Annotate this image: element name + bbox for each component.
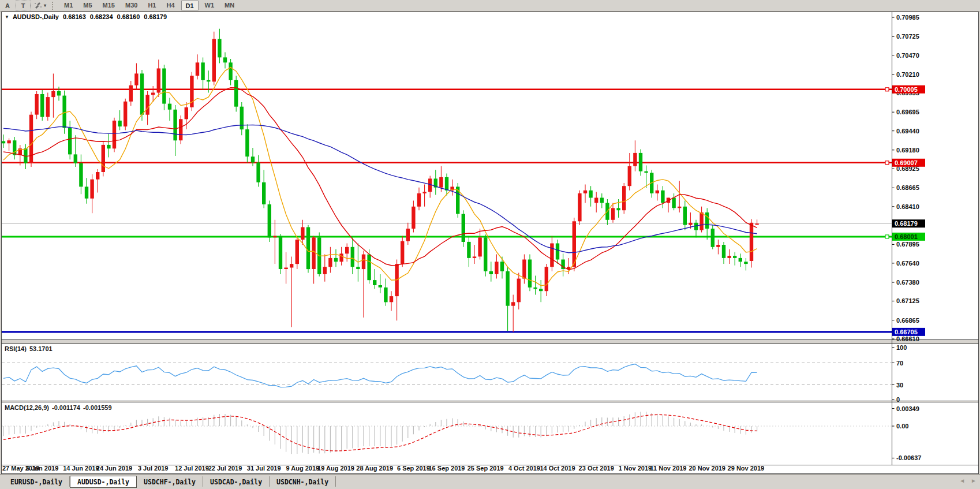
candle-body [223, 57, 227, 62]
symbol-tab-usdchf[interactable]: USDCHF-,Daily [137, 476, 203, 487]
date-tick-label: 19 Aug 2019 [317, 465, 354, 472]
candle-body [705, 212, 709, 229]
macd-name: MACD(12,26,9) [5, 404, 49, 411]
candle-body [234, 80, 238, 107]
tab-scroll-buttons: ◄ ► [959, 477, 977, 484]
candle-body [362, 255, 365, 270]
candle-body [522, 260, 526, 279]
candle-body [262, 182, 265, 204]
candle-body [500, 262, 504, 271]
macd-panel[interactable]: 0.003490.00-0.00637 [2, 405, 921, 462]
candle-body [134, 73, 138, 85]
price-tick-label: 0.67380 [896, 279, 919, 286]
macd-indicator-label: MACD(12,26,9)-0.001174-0.001559 [5, 404, 115, 411]
level-price-badge-label: 0.70005 [895, 86, 918, 93]
line-handle[interactable] [885, 161, 889, 165]
candle-body [284, 268, 287, 270]
candle-body [118, 121, 121, 126]
line-handle[interactable] [885, 88, 889, 91]
candle-body [328, 258, 332, 267]
candle-body [639, 153, 642, 171]
candle-body [290, 264, 293, 267]
price-tick-label: 0.66865 [896, 317, 919, 324]
price-tick-label: 0.66610 [896, 335, 919, 342]
candle-body [689, 223, 692, 225]
symbol-tab-eurusd[interactable]: EURUSD-,Daily [3, 476, 70, 487]
candle-body [240, 107, 244, 130]
candle-body [750, 223, 753, 261]
candle-body [379, 285, 382, 288]
candle-body [268, 204, 271, 237]
support-line-blue[interactable]: 0.66705 [2, 328, 925, 336]
tab-scroll-left-icon[interactable]: ◄ [959, 477, 965, 484]
candle-body [417, 193, 421, 207]
candle-body [644, 171, 648, 173]
price-tick-label: 0.70725 [896, 33, 919, 40]
candle-body [334, 258, 338, 262]
candle-body [196, 62, 199, 76]
symbol-tab-bar: EURUSD-,DailyAUDUSD-,DailyUSDCHF-,DailyU… [0, 475, 980, 489]
candle-body [545, 267, 548, 291]
candle-body [528, 260, 532, 288]
candle-body [517, 279, 521, 303]
level-price-badge-label: 0.66705 [895, 329, 918, 335]
date-tick-label: 25 Sep 2019 [467, 465, 504, 472]
price-tick-label: 0.69180 [896, 147, 919, 154]
symbol-tab-audusd[interactable]: AUDUSD-,Daily [70, 476, 137, 488]
candle-body [129, 85, 133, 102]
candle-body [179, 119, 182, 140]
rsi-name: RSI(14) [5, 345, 27, 352]
candle-body [727, 256, 731, 258]
candle-body [323, 267, 327, 274]
candle-body [733, 256, 736, 258]
chart-canvas[interactable]: 0.709850.707250.704700.702100.699550.696… [0, 0, 980, 489]
candle-body [301, 227, 304, 240]
macd-signal-value: -0.001559 [83, 404, 112, 411]
candle-body [373, 280, 376, 285]
date-tick-label: 31 Jul 2019 [247, 465, 281, 472]
candle-body [201, 62, 204, 80]
line-handle[interactable] [885, 235, 889, 238]
candle-body [251, 156, 255, 162]
candle-body [351, 247, 354, 267]
ma-fast-orange [3, 68, 757, 286]
symbol-tab-usdcnh[interactable]: USDCNH-,Daily [270, 476, 336, 487]
candle-body [661, 191, 664, 203]
price-tick-label: 0.67895 [896, 241, 919, 248]
candle-body [390, 296, 393, 302]
time-axis[interactable]: 27 May 20195 Jun 201914 Jun 201924 Jun 2… [2, 465, 764, 472]
date-tick-label: 11 Nov 2019 [650, 465, 687, 472]
candle-body [96, 172, 99, 180]
candle-body [356, 267, 360, 269]
quote-high: 0.68234 [90, 13, 113, 20]
date-tick-label: 24 Jun 2019 [96, 465, 132, 472]
macd-tick-label: 0.00 [896, 423, 908, 430]
date-tick-label: 22 Jul 2019 [208, 465, 242, 472]
candle-body [145, 95, 149, 114]
candle-body [594, 198, 598, 203]
candle-body [367, 255, 371, 281]
resistance-line-2[interactable]: 0.69007 [2, 159, 925, 167]
candle-body [273, 236, 276, 238]
date-tick-label: 16 Sep 2019 [429, 465, 465, 472]
rsi-tick-label: 0 [896, 396, 900, 403]
candle-body [40, 94, 44, 117]
chart-dropdown-icon[interactable]: ▼ [5, 14, 9, 20]
candle-body [2, 141, 5, 144]
candle-body [124, 102, 127, 126]
quote-low: 0.68160 [117, 13, 140, 20]
candle-body [462, 214, 465, 242]
candle-body [506, 271, 509, 306]
candle-body [600, 198, 604, 203]
candle-body [439, 177, 443, 188]
rsi-tick-label: 70 [896, 360, 903, 367]
macd-tick-label: -0.00637 [896, 454, 921, 461]
rsi-panel[interactable]: 10070300 [2, 344, 907, 403]
level-price-badge-label: 0.69007 [895, 159, 918, 166]
price-tick-label: 0.67640 [896, 260, 919, 267]
rsi-tick-label: 100 [896, 344, 907, 351]
rsi-indicator-label: RSI(14)53.1701 [5, 345, 55, 352]
tab-scroll-right-icon[interactable]: ► [971, 477, 977, 484]
date-tick-label: 4 Oct 2019 [508, 465, 540, 472]
symbol-tab-usdcad[interactable]: USDCAD-,Daily [203, 476, 270, 487]
